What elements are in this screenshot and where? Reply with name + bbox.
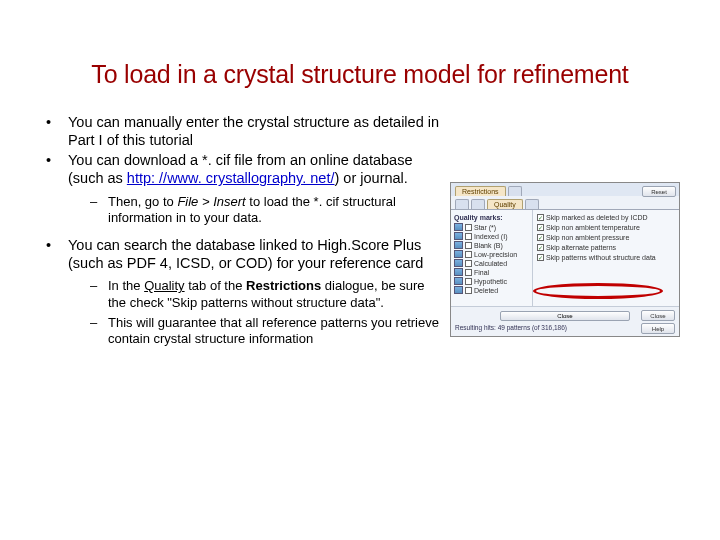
mark-label: Star (*) — [474, 224, 496, 231]
checkbox[interactable] — [465, 287, 472, 294]
slide-title: To load in a crystal structure model for… — [40, 60, 680, 89]
screenshot-column: Restrictions Quality Reset Quality marks… — [450, 182, 680, 337]
dialog-footer: Close Resulting hits: 49 patterns (of 31… — [451, 306, 679, 336]
footer-buttons: Close Help — [641, 310, 675, 334]
sub-item: This will guarantee that all reference p… — [68, 315, 440, 348]
skip-option-row: Skip non ambient temperature — [537, 224, 675, 231]
bullet-list: You can manually enter the crystal struc… — [40, 113, 440, 347]
mark-icon — [454, 250, 463, 258]
quality-mark-row: Deleted — [454, 286, 529, 294]
quality-mark-row: Final — [454, 268, 529, 276]
tab-name: Quality — [144, 278, 184, 293]
sub-item: Then, go to File > Insert to load the *.… — [68, 194, 440, 227]
skip-option-row: Skip alternate patterns — [537, 244, 675, 251]
mark-label: Indexed (I) — [474, 233, 507, 240]
skip-option-label: Skip patterns without structure data — [546, 254, 656, 261]
sub-text: This will guarantee that all reference p… — [108, 315, 439, 346]
sub-list: In the Quality tab of the Restrictions d… — [68, 278, 440, 347]
sub-list: Then, go to File > Insert to load the *.… — [68, 194, 440, 227]
sub-text: tab of the — [185, 278, 246, 293]
close-bar-button[interactable]: Close — [500, 311, 630, 321]
checkbox[interactable] — [465, 224, 472, 231]
skip-option-row: Skip non ambient pressure — [537, 234, 675, 241]
bullet-item: You can manually enter the crystal struc… — [40, 113, 440, 149]
mark-label: Calculated — [474, 260, 507, 267]
mark-label: Final — [474, 269, 489, 276]
text-column: You can manually enter the crystal struc… — [40, 113, 440, 357]
quality-mark-row: Calculated — [454, 259, 529, 267]
side-buttons: Reset — [642, 186, 676, 197]
checkbox[interactable] — [537, 224, 544, 231]
sub-text: Then, go to — [108, 194, 177, 209]
help-button[interactable]: Help — [641, 323, 675, 334]
quality-mark-row: Low-precision — [454, 250, 529, 258]
checkbox[interactable] — [465, 233, 472, 240]
quality-mark-row: Hypothetic — [454, 277, 529, 285]
quality-mark-row: Indexed (I) — [454, 232, 529, 240]
crystallography-link[interactable]: http: //www. crystallography. net/ — [127, 170, 335, 186]
mark-icon — [454, 241, 463, 249]
bullet-item: You can download a *. cif file from an o… — [40, 151, 440, 226]
checkbox[interactable] — [465, 251, 472, 258]
bullet-text: You can manually enter the crystal struc… — [68, 114, 439, 148]
quality-mark-row: Blank (B) — [454, 241, 529, 249]
skip-option-row: Skip marked as deleted by ICDD — [537, 214, 675, 221]
slide: To load in a crystal structure model for… — [0, 0, 720, 540]
bullet-text: You can search the database linked to Hi… — [68, 237, 423, 271]
skip-option-label: Skip alternate patterns — [546, 244, 616, 251]
menu-path: File > Insert — [177, 194, 245, 209]
subtab-quality[interactable]: Quality — [487, 199, 523, 209]
checkbox[interactable] — [537, 254, 544, 261]
mark-icon — [454, 259, 463, 267]
sub-item: In the Quality tab of the Restrictions d… — [68, 278, 440, 311]
quality-mark-row: Star (*) — [454, 223, 529, 231]
mark-icon — [454, 286, 463, 294]
skip-option-label: Skip marked as deleted by ICDD — [546, 214, 648, 221]
bullet-text: ) or journal. — [335, 170, 408, 186]
skip-option-label: Skip non ambient temperature — [546, 224, 640, 231]
skip-option-label: Skip non ambient pressure — [546, 234, 629, 241]
subtab[interactable] — [525, 199, 539, 209]
panel-title: Quality marks: — [454, 214, 529, 221]
highlight-circle-icon — [533, 283, 663, 299]
reset-button[interactable]: Reset — [642, 186, 676, 197]
dialog-subtabs: Quality Reset — [451, 196, 679, 209]
mark-icon — [454, 277, 463, 285]
content-row: You can manually enter the crystal struc… — [40, 113, 680, 357]
mark-label: Deleted — [474, 287, 498, 294]
checkbox[interactable] — [465, 260, 472, 267]
mark-label: Hypothetic — [474, 278, 507, 285]
mark-icon — [454, 232, 463, 240]
restrictions-dialog-mock: Restrictions Quality Reset Quality marks… — [450, 182, 680, 337]
close-button[interactable]: Close — [641, 310, 675, 321]
mark-icon — [454, 223, 463, 231]
mark-label: Low-precision — [474, 251, 517, 258]
checkbox[interactable] — [465, 269, 472, 276]
subtab[interactable] — [455, 199, 469, 209]
checkbox[interactable] — [465, 242, 472, 249]
checkbox[interactable] — [537, 234, 544, 241]
mark-icon — [454, 268, 463, 276]
checkbox[interactable] — [537, 244, 544, 251]
mark-label: Blank (B) — [474, 242, 503, 249]
tab-other[interactable] — [508, 186, 522, 196]
dialog-name: Restrictions — [246, 278, 321, 293]
sub-text: In the — [108, 278, 144, 293]
checkbox[interactable] — [537, 214, 544, 221]
bullet-item: You can search the database linked to Hi… — [40, 236, 440, 347]
skip-option-row: Skip patterns without structure data — [537, 254, 675, 261]
subtab[interactable] — [471, 199, 485, 209]
tab-restrictions[interactable]: Restrictions — [455, 186, 506, 196]
checkbox[interactable] — [465, 278, 472, 285]
